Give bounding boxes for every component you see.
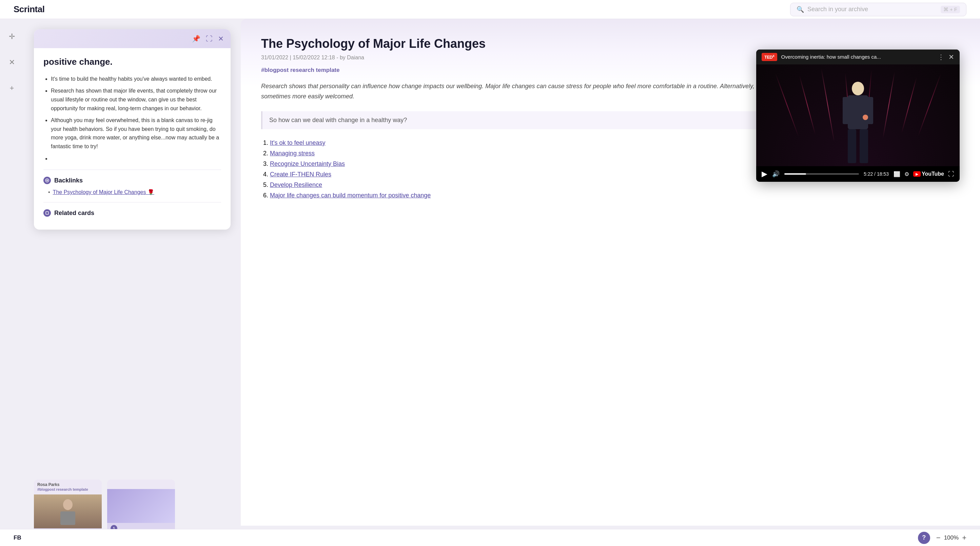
video-person bbox=[838, 76, 878, 166]
list-link-2[interactable]: Managing stress bbox=[270, 150, 315, 157]
svg-rect-3 bbox=[46, 212, 48, 214]
time-display: 5:22 / 18:53 bbox=[864, 171, 889, 177]
video-menu-button[interactable]: ⋮ bbox=[938, 53, 944, 61]
svg-point-6 bbox=[852, 82, 864, 95]
svg-point-12 bbox=[863, 115, 868, 120]
related-icon bbox=[43, 209, 51, 217]
move-icon[interactable]: ✛ bbox=[5, 29, 19, 44]
related-cards-section: Related cards bbox=[43, 209, 221, 217]
subtitles-button[interactable]: ⬜ bbox=[894, 171, 900, 177]
progress-bar-fill bbox=[784, 173, 806, 175]
list-item: It's time to build the healthy habits yo… bbox=[51, 75, 221, 83]
svg-rect-8 bbox=[843, 97, 849, 124]
topbar: Scrintal 🔍 Search in your archive ⌘ + F bbox=[0, 0, 980, 19]
mini-card-1-image bbox=[34, 495, 102, 528]
add-icon[interactable]: + bbox=[5, 81, 19, 96]
ted-badge: TEDx bbox=[762, 53, 777, 61]
fullscreen-button[interactable]: ⛶ bbox=[948, 170, 954, 178]
zoom-level: 100% bbox=[944, 535, 959, 541]
mini-card-2-image bbox=[107, 489, 175, 523]
video-header-left: TEDx Overcoming inertia: how small chang… bbox=[762, 53, 881, 61]
list-link-4[interactable]: Create IF-THEN Rules bbox=[270, 171, 331, 178]
search-bar[interactable]: 🔍 Search in your archive ⌘ + F bbox=[790, 3, 966, 16]
youtube-icon: ▶ bbox=[913, 171, 921, 177]
list-link-1[interactable]: It's ok to feel uneasy bbox=[270, 139, 326, 146]
list-item bbox=[51, 154, 221, 163]
svg-rect-10 bbox=[848, 129, 856, 163]
svg-rect-9 bbox=[867, 97, 873, 124]
shuffle-icon[interactable]: ✕ bbox=[5, 55, 19, 70]
youtube-brand: ▶ YouTube bbox=[913, 171, 944, 177]
video-header-right: ⋮ ✕ bbox=[938, 53, 954, 61]
panel-title: positive change. bbox=[43, 56, 221, 68]
list-link-3[interactable]: Recognize Uncertainty Bias bbox=[270, 161, 345, 167]
backlinks-title: Backlinks bbox=[54, 177, 83, 184]
list-link-6[interactable]: Major life changes can build momentum fo… bbox=[270, 192, 431, 199]
list-item[interactable]: Develop Resilience bbox=[270, 181, 960, 189]
svg-rect-5 bbox=[60, 511, 75, 525]
main-area: 📌 ⛶ ✕ positive change. It's time to buil… bbox=[24, 19, 980, 546]
close-button[interactable]: ✕ bbox=[218, 35, 224, 43]
list-item[interactable]: Major life changes can build momentum fo… bbox=[270, 192, 960, 199]
video-right-controls: ⬜ ⚙ ▶ YouTube ⛶ bbox=[894, 170, 954, 178]
backlink-link[interactable]: The Psychology of Major Life Changes 🌹 bbox=[53, 189, 154, 195]
divider bbox=[43, 170, 221, 170]
mini-card-1-label: Rosa Parks #blogpost research template bbox=[34, 479, 102, 495]
list-item: Although you may feel overwhelmed, this … bbox=[51, 116, 221, 151]
play-pause-button[interactable]: ▶ bbox=[762, 170, 767, 178]
sidebar: ✛ ✕ + bbox=[0, 19, 24, 546]
panel-bullet-list: It's time to build the healthy habits yo… bbox=[43, 75, 221, 163]
left-panel-body: positive change. It's time to build the … bbox=[34, 48, 231, 229]
bottom-right: ? − 100% + bbox=[918, 532, 966, 544]
divider-2 bbox=[43, 202, 221, 202]
left-panel: 📌 ⛶ ✕ positive change. It's time to buil… bbox=[34, 29, 231, 229]
backlink-item[interactable]: The Psychology of Major Life Changes 🌹 bbox=[48, 189, 221, 195]
search-placeholder: Search in your archive bbox=[807, 6, 937, 13]
search-shortcut: ⌘ + F bbox=[941, 6, 960, 13]
video-close-button[interactable]: ✕ bbox=[948, 53, 954, 61]
zoom-out-button[interactable]: − bbox=[936, 533, 941, 542]
video-body bbox=[756, 64, 960, 166]
video-title: Overcoming inertia: how small changes ca… bbox=[781, 54, 881, 60]
list-link-5[interactable]: Develop Resilience bbox=[270, 181, 322, 188]
related-cards-title: Related cards bbox=[54, 210, 94, 217]
pin-button[interactable]: 📌 bbox=[192, 35, 200, 43]
video-header: TEDx Overcoming inertia: how small chang… bbox=[756, 49, 960, 64]
backlinks-icon bbox=[43, 177, 51, 184]
app-logo: Scrintal bbox=[14, 4, 45, 14]
progress-bar[interactable] bbox=[784, 173, 859, 175]
mini-card-2-label bbox=[107, 479, 175, 489]
help-button[interactable]: ? bbox=[918, 532, 930, 544]
left-panel-header: 📌 ⛶ ✕ bbox=[34, 29, 231, 48]
bottombar: FB ? − 100% + bbox=[0, 529, 980, 546]
list-item: Research has shown that major life event… bbox=[51, 86, 221, 113]
zoom-controls: − 100% + bbox=[936, 533, 966, 542]
svg-rect-11 bbox=[860, 129, 868, 163]
search-icon: 🔍 bbox=[797, 6, 804, 13]
zoom-in-button[interactable]: + bbox=[962, 533, 966, 542]
backlinks-section: Backlinks bbox=[43, 177, 221, 184]
video-player: TEDx Overcoming inertia: how small chang… bbox=[756, 49, 960, 182]
settings-button[interactable]: ⚙ bbox=[904, 171, 909, 177]
volume-button[interactable]: 🔊 bbox=[772, 170, 780, 178]
expand-button[interactable]: ⛶ bbox=[206, 35, 213, 43]
svg-rect-7 bbox=[848, 95, 868, 129]
video-controls[interactable]: ▶ 🔊 5:22 / 18:53 ⬜ ⚙ ▶ YouTube ⛶ bbox=[756, 166, 960, 182]
svg-point-4 bbox=[63, 499, 73, 510]
user-initials: FB bbox=[14, 535, 21, 541]
